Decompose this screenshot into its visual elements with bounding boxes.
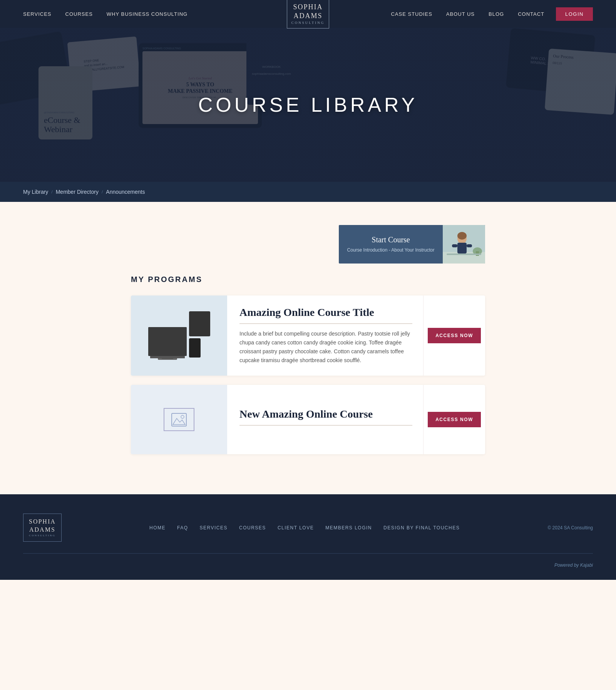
svg-rect-8 [467, 244, 472, 247]
sub-nav-member-directory[interactable]: Member Directory [56, 189, 99, 195]
footer-logo-line1: SOPHIA [29, 518, 56, 526]
hero-section: STEP ONEand to insert an...@REALLYGREATS… [0, 28, 616, 182]
footer-logo-sub: CONSULTING [29, 534, 55, 537]
course-title-1: Amazing Online Course Title [239, 306, 412, 319]
footer-powered: Powered by Kajabi [554, 562, 593, 568]
start-course-wrapper: Start Course Course Introduction - About… [131, 225, 485, 264]
course-action-1: ACCESS NOW [424, 295, 485, 376]
nav-blog[interactable]: BLOG [489, 11, 504, 17]
start-course-subtitle: Course Introduction - About Your Instruc… [346, 247, 435, 254]
main-nav: SERVICES COURSES WHY BUSINESS CONSULTING… [0, 0, 616, 28]
sep-2: / [102, 189, 103, 195]
nav-contact[interactable]: CONTACT [518, 11, 544, 17]
instructor-illustration [443, 225, 485, 264]
footer-link-members-login[interactable]: MEMBERS LOGIN [325, 525, 372, 531]
footer-top: SOPHIA ADAMS CONSULTING HOME FAQ SERVICE… [23, 514, 593, 542]
course-thumb-1 [131, 295, 227, 376]
logo-line2: ADAMS [293, 12, 322, 20]
footer-link-faq[interactable]: FAQ [177, 525, 188, 531]
course-thumb-2 [131, 385, 227, 454]
course-body-1: Amazing Online Course Title Include a br… [227, 295, 424, 376]
nav-why-consulting[interactable]: WHY BUSINESS CONSULTING [107, 11, 187, 17]
nav-about-us[interactable]: ABOUT US [446, 11, 475, 17]
mock-monitor [148, 327, 187, 356]
course-desc-1: Include a brief but compelling course de… [239, 329, 412, 365]
nav-case-studies[interactable]: CASE STUDIES [391, 11, 432, 17]
sep-1: / [51, 189, 52, 195]
course-body-2: New Amazing Online Course [227, 385, 424, 454]
svg-rect-7 [452, 244, 457, 247]
svg-rect-10 [172, 413, 186, 426]
login-button[interactable]: LOGIN [556, 7, 593, 21]
footer-link-design[interactable]: Design By Final Touches [383, 525, 460, 531]
svg-marker-11 [173, 418, 185, 425]
course-divider-1 [239, 323, 412, 324]
svg-rect-9 [447, 254, 481, 255]
svg-point-12 [181, 415, 184, 418]
footer-link-courses[interactable]: COURSES [239, 525, 266, 531]
footer-copyright: © 2024 SA Consulting [547, 525, 593, 531]
site-logo[interactable]: SOPHIA ADAMS CONSULTING [287, 0, 329, 29]
sub-nav-my-library[interactable]: My Library [23, 189, 48, 195]
access-button-2[interactable]: ACCESS NOW [428, 412, 481, 427]
start-course-text: Start Course Course Introduction - About… [339, 228, 443, 260]
instructor-svg [443, 225, 485, 264]
svg-point-6 [457, 232, 467, 240]
footer-link-services[interactable]: SERVICES [200, 525, 228, 531]
course-card-2: New Amazing Online Course ACCESS NOW [131, 385, 485, 454]
svg-rect-5 [457, 243, 467, 254]
image-placeholder [164, 408, 194, 431]
sub-navigation: My Library / Member Directory / Announce… [0, 182, 616, 202]
hero-title: COURSE LIBRARY [198, 93, 418, 116]
mock-tablet [189, 311, 210, 336]
footer-link-client-love[interactable]: CLIENT LOVE [278, 525, 314, 531]
logo-line1: SOPHIA [293, 3, 323, 12]
footer-nav: HOME FAQ SERVICES COURSES CLIENT LOVE ME… [85, 514, 525, 542]
course-action-2: ACCESS NOW [424, 385, 485, 454]
logo-sub: CONSULTING [291, 21, 325, 25]
nav-links-left: SERVICES COURSES WHY BUSINESS CONSULTING [23, 10, 187, 17]
course-title-2: New Amazing Online Course [239, 408, 412, 420]
footer-logo: SOPHIA ADAMS CONSULTING [23, 514, 62, 542]
start-course-image [443, 225, 485, 264]
footer-link-home[interactable]: HOME [149, 525, 166, 531]
main-content: Start Course Course Introduction - About… [123, 202, 493, 494]
nav-links-right: CASE STUDIES ABOUT US BLOG CONTACT [391, 10, 544, 17]
mock-phone [189, 338, 201, 358]
nav-services[interactable]: SERVICES [23, 11, 52, 17]
sub-nav-announcements[interactable]: Announcements [106, 189, 145, 195]
footer-logo-line2: ADAMS [29, 526, 55, 534]
access-button-1[interactable]: ACCESS NOW [428, 328, 481, 343]
course-divider-2 [239, 425, 412, 426]
nav-courses[interactable]: COURSES [65, 11, 93, 17]
start-course-card[interactable]: Start Course Course Introduction - About… [339, 225, 485, 264]
site-footer: SOPHIA ADAMS CONSULTING HOME FAQ SERVICE… [0, 494, 616, 580]
section-title: MY PROGRAMS [131, 275, 485, 284]
course-card-1: Amazing Online Course Title Include a br… [131, 295, 485, 376]
devices-mockup [142, 305, 216, 366]
footer-bottom: Powered by Kajabi [23, 553, 593, 568]
start-course-label: Start Course [346, 235, 435, 244]
